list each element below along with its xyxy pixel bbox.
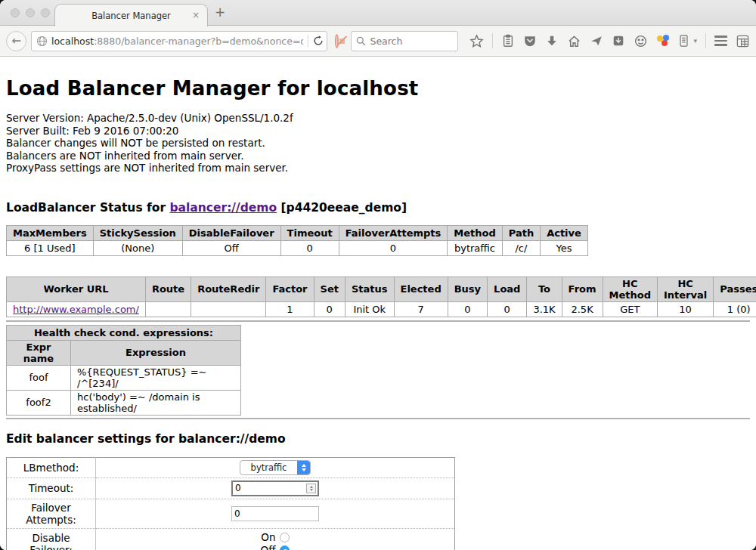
pocket-icon[interactable]	[523, 34, 537, 48]
download-icon[interactable]	[545, 34, 559, 48]
col-factor: Factor	[266, 277, 314, 301]
proxypass-notice-line: ProxyPass settings are NOT inherited fro…	[6, 162, 750, 175]
container-icon[interactable]	[678, 34, 689, 48]
bookmarks-menu-icon[interactable]	[501, 34, 515, 48]
section-divider	[6, 320, 750, 322]
cell-load: 0	[488, 301, 527, 317]
cell-status: Init Ok	[345, 301, 394, 317]
timeout-input[interactable]	[233, 483, 306, 493]
number-spinner-icon[interactable]	[306, 484, 316, 493]
minimize-window-button[interactable]	[26, 8, 35, 17]
lbmethod-selected-value: bytraffic	[240, 461, 297, 474]
cell-busy: 0	[448, 301, 487, 317]
cell-elected: 7	[394, 301, 448, 317]
col-stickysession: StickySession	[93, 225, 182, 240]
cell-hc-method: GET	[603, 301, 657, 317]
bookmark-star-icon[interactable]	[469, 34, 484, 48]
cell-expression: %{REQUEST_STATUS} =~ /^[234]/	[71, 365, 241, 390]
worker-url-link[interactable]: http://www.example.com/	[13, 304, 139, 315]
col-hc-interval: HC Interval	[657, 277, 713, 301]
reload-icon[interactable]	[313, 36, 324, 46]
col-elected: Elected	[394, 277, 448, 301]
disable-failover-label: Disable Failover:	[7, 528, 96, 550]
server-version-line: Server Version: Apache/2.5.0-dev (Unix) …	[6, 112, 750, 125]
window-controls	[11, 8, 50, 17]
table-row: 6 [1 Used] (None) Off 0 0 bytraffic /c/ …	[7, 240, 588, 255]
col-maxmembers: MaxMembers	[7, 225, 94, 240]
url-host: localhost	[51, 36, 94, 47]
failover-attempts-label: Failover Attempts:	[7, 499, 96, 528]
edit-balancer-form: LBmethod: bytraffic Timeout:	[6, 457, 455, 550]
menu-hamburger-icon[interactable]	[714, 36, 727, 46]
lbmethod-row: LBmethod: bytraffic	[7, 457, 455, 477]
cell-expr-name: foof	[7, 365, 71, 390]
failover-attempts-row: Failover Attempts:	[7, 499, 455, 528]
chevron-down-icon[interactable]: ▾	[693, 37, 697, 45]
close-tab-icon[interactable]: ×	[192, 10, 200, 20]
color-dots-extension-icon[interactable]	[656, 34, 670, 48]
lbmethod-select[interactable]: bytraffic	[240, 460, 311, 475]
content-blocked-icon[interactable]	[335, 34, 339, 48]
select-stepper-icon	[297, 461, 310, 474]
col-failoverattempts: FailoverAttempts	[339, 225, 448, 240]
persist-notice-line: Balancer changes will NOT be persisted o…	[6, 137, 750, 150]
col-from: From	[562, 277, 603, 301]
url-text[interactable]: localhost:8880/balancer-manager?b=demo&n…	[51, 36, 303, 47]
loadbalancer-status-heading: LoadBalancer Status for balancer://demo …	[6, 201, 750, 215]
navigation-toolbar: ← localhost:8880/balancer-manager?b=demo…	[0, 26, 756, 57]
health-table-caption: Health check cond. expressions:	[7, 325, 241, 340]
col-disablefailover: DisableFailover	[182, 225, 280, 240]
zoom-window-button[interactable]	[41, 8, 50, 17]
page-content: Load Balancer Manager for localhost Serv…	[0, 57, 756, 550]
cell-route	[145, 301, 191, 317]
search-input[interactable]	[370, 36, 445, 47]
forget-smiley-icon[interactable]	[634, 34, 648, 48]
search-bar[interactable]	[351, 31, 458, 51]
disable-failover-row: Disable Failover: On Off	[7, 528, 455, 550]
balancer-demo-link[interactable]: balancer://demo	[169, 201, 277, 215]
col-worker-url: Worker URL	[7, 277, 146, 301]
table-header-row: MaxMembers StickySession DisableFailover…	[7, 225, 588, 240]
worker-row: http://www.example.com/ 1 0 Init Ok 7 0 …	[7, 301, 756, 317]
new-tab-button[interactable]: +	[215, 5, 225, 20]
table-row: foof2 hc('body') =~ /domain is establish…	[7, 390, 241, 415]
failover-attempts-input[interactable]	[231, 506, 319, 521]
save-to-device-icon[interactable]	[612, 34, 625, 48]
sidebar-grid-icon[interactable]	[736, 34, 750, 48]
section-divider	[6, 418, 750, 419]
radio-on-label: On	[261, 531, 275, 543]
browser-window: Balancer Manager × + ← localhost:8880/ba…	[0, 0, 756, 550]
url-path: :8880/balancer-manager?b=demo&nonce=decc…	[94, 36, 303, 47]
cell-path: /c/	[502, 240, 540, 255]
toolbar-divider	[492, 33, 493, 48]
col-set: Set	[314, 277, 345, 301]
url-bar[interactable]: localhost:8880/balancer-manager?b=demo&n…	[31, 31, 327, 51]
home-icon[interactable]	[567, 34, 581, 48]
worker-status-table: Worker URL Route RouteRedir Factor Set S…	[6, 277, 756, 317]
col-path: Path	[502, 225, 540, 240]
close-window-button[interactable]	[11, 8, 20, 17]
back-button[interactable]: ←	[6, 31, 26, 51]
col-load: Load	[488, 277, 527, 301]
cell-stickysession: (None)	[93, 240, 182, 255]
table-header-row: Expr name Expression	[7, 340, 241, 365]
cell-factor: 1	[266, 301, 314, 317]
cell-active: Yes	[541, 240, 588, 255]
server-built-line: Server Built: Feb 9 2016 07:00:20	[6, 125, 750, 138]
cell-maxmembers: 6 [1 Used]	[7, 240, 94, 255]
cell-timeout: 0	[280, 240, 339, 255]
send-tab-icon[interactable]	[590, 34, 603, 48]
cell-hc-interval: 10	[657, 301, 713, 317]
health-check-expressions-table: Health check cond. expressions: Expr nam…	[6, 325, 241, 416]
col-passes: Passes	[714, 277, 756, 301]
tab-balancer-manager[interactable]: Balancer Manager ×	[54, 4, 208, 26]
status-heading-prefix: LoadBalancer Status for	[6, 201, 169, 215]
cell-set: 0	[314, 301, 345, 317]
page-title: Load Balancer Manager for localhost	[6, 77, 750, 100]
disable-failover-on-radio[interactable]	[280, 533, 290, 542]
timeout-field-wrap	[231, 480, 319, 496]
table-header-row: Worker URL Route RouteRedir Factor Set S…	[7, 277, 756, 301]
disable-failover-off-radio[interactable]	[280, 545, 290, 550]
col-method: Method	[448, 225, 502, 240]
col-route: Route	[145, 277, 191, 301]
